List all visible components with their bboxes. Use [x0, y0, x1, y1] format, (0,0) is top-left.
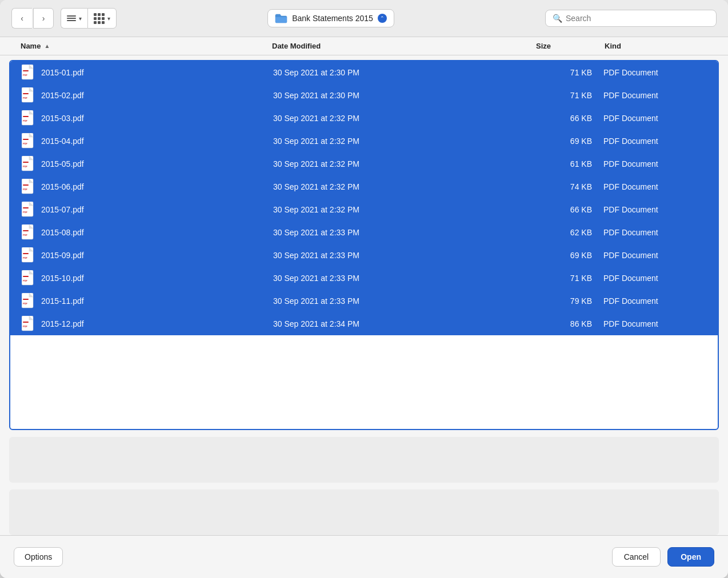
- file-date: 30 Sep 2021 at 2:33 PM: [273, 274, 535, 283]
- grid-view-button[interactable]: ▾: [87, 8, 117, 29]
- svg-text:PDF: PDF: [23, 165, 28, 168]
- table-row[interactable]: PDF 2015-09.pdf 30 Sep 2021 at 2:33 PM 6…: [10, 244, 718, 267]
- back-icon: ‹: [21, 14, 23, 23]
- pdf-file-icon: PDF: [22, 270, 35, 286]
- svg-rect-13: [23, 162, 29, 163]
- table-row[interactable]: PDF 2015-05.pdf 30 Sep 2021 at 2:32 PM 6…: [10, 152, 718, 175]
- svg-rect-6: [22, 110, 33, 125]
- search-input[interactable]: [566, 14, 709, 23]
- svg-rect-7: [23, 116, 29, 117]
- file-kind: PDF Document: [603, 159, 706, 168]
- table-row[interactable]: PDF 2015-03.pdf 30 Sep 2021 at 2:32 PM 6…: [10, 107, 718, 130]
- open-button[interactable]: Open: [667, 547, 714, 567]
- table-row[interactable]: PDF 2015-04.pdf 30 Sep 2021 at 2:32 PM 6…: [10, 130, 718, 152]
- footer-buttons: Cancel Open: [612, 547, 714, 567]
- file-kind: PDF Document: [603, 251, 706, 260]
- svg-rect-30: [22, 293, 33, 308]
- file-kind: PDF Document: [603, 114, 706, 123]
- file-name: 2015-11.pdf: [41, 296, 84, 306]
- svg-rect-28: [23, 276, 29, 277]
- file-name-cell: PDF 2015-04.pdf: [22, 133, 273, 149]
- file-name-cell: PDF 2015-11.pdf: [22, 293, 273, 309]
- folder-icon: [275, 13, 287, 23]
- svg-rect-34: [23, 322, 29, 323]
- grid-view-chevron: ▾: [107, 15, 110, 22]
- file-date: 30 Sep 2021 at 2:34 PM: [273, 319, 535, 328]
- file-kind: PDF Document: [603, 68, 706, 77]
- file-name-cell: PDF 2015-07.pdf: [22, 202, 273, 218]
- folder-name-label: Bank Statements 2015: [292, 14, 373, 23]
- svg-rect-1: [23, 70, 29, 71]
- file-date: 30 Sep 2021 at 2:33 PM: [273, 228, 535, 237]
- file-open-dialog: ‹ › ▾ ▾: [0, 0, 728, 578]
- toolbar: ‹ › ▾ ▾: [0, 0, 728, 37]
- back-button[interactable]: ‹: [11, 8, 32, 29]
- nav-button-group: ‹ ›: [11, 8, 54, 29]
- empty-panel-1: [9, 437, 719, 483]
- svg-text:PDF: PDF: [23, 188, 28, 191]
- pdf-file-icon: PDF: [22, 87, 35, 103]
- svg-rect-19: [23, 207, 29, 208]
- pdf-file-icon: PDF: [22, 133, 35, 149]
- footer: Options Cancel Open: [0, 535, 728, 578]
- cancel-button[interactable]: Cancel: [612, 547, 661, 567]
- pdf-file-icon: PDF: [22, 293, 35, 309]
- file-size: 86 KB: [535, 319, 603, 328]
- table-row[interactable]: PDF 2015-01.pdf 30 Sep 2021 at 2:30 PM 7…: [10, 61, 718, 84]
- file-name: 2015-06.pdf: [41, 182, 84, 191]
- table-row[interactable]: PDF 2015-08.pdf 30 Sep 2021 at 2:33 PM 6…: [10, 221, 718, 244]
- pdf-file-icon: PDF: [22, 202, 35, 218]
- svg-rect-0: [22, 65, 33, 79]
- file-name: 2015-01.pdf: [41, 68, 84, 77]
- file-size: 69 KB: [535, 137, 603, 146]
- col-header-name[interactable]: Name ▲: [21, 42, 272, 50]
- col-header-size[interactable]: Size: [536, 42, 605, 50]
- svg-rect-9: [22, 133, 33, 148]
- file-name-cell: PDF 2015-08.pdf: [22, 224, 273, 240]
- search-icon: 🔍: [553, 14, 562, 23]
- file-name-cell: PDF 2015-01.pdf: [22, 65, 273, 81]
- file-name-cell: PDF 2015-03.pdf: [22, 110, 273, 126]
- svg-rect-31: [23, 299, 29, 300]
- file-size: 74 KB: [535, 182, 603, 191]
- file-kind: PDF Document: [603, 274, 706, 283]
- svg-text:PDF: PDF: [23, 97, 28, 99]
- list-view-button[interactable]: ▾: [61, 8, 87, 29]
- table-row[interactable]: PDF 2015-10.pdf 30 Sep 2021 at 2:33 PM 7…: [10, 267, 718, 290]
- svg-text:PDF: PDF: [23, 211, 28, 214]
- col-header-kind[interactable]: Kind: [605, 42, 707, 50]
- empty-panel-2: [9, 489, 719, 535]
- file-name-cell: PDF 2015-06.pdf: [22, 179, 273, 195]
- folder-location-button[interactable]: Bank Statements 2015: [267, 9, 394, 27]
- file-kind: PDF Document: [603, 319, 706, 328]
- view-toggle-group: ▾ ▾: [61, 8, 117, 29]
- file-kind: PDF Document: [603, 137, 706, 146]
- file-name: 2015-09.pdf: [41, 251, 84, 260]
- table-row[interactable]: PDF 2015-07.pdf 30 Sep 2021 at 2:32 PM 6…: [10, 198, 718, 221]
- pdf-file-icon: PDF: [22, 224, 35, 240]
- file-name: 2015-05.pdf: [41, 159, 84, 168]
- svg-rect-25: [23, 253, 29, 254]
- svg-rect-33: [22, 316, 33, 331]
- file-kind: PDF Document: [603, 91, 706, 100]
- svg-rect-16: [23, 184, 29, 186]
- pdf-file-icon: PDF: [22, 65, 35, 81]
- svg-text:PDF: PDF: [23, 256, 28, 259]
- table-row[interactable]: PDF 2015-06.pdf 30 Sep 2021 at 2:32 PM 7…: [10, 175, 718, 198]
- file-size: 79 KB: [535, 296, 603, 306]
- forward-button[interactable]: ›: [33, 8, 54, 29]
- file-kind: PDF Document: [603, 182, 706, 191]
- file-name-cell: PDF 2015-02.pdf: [22, 87, 273, 103]
- pdf-file-icon: PDF: [22, 247, 35, 263]
- col-header-date[interactable]: Date Modified: [272, 42, 536, 50]
- table-row[interactable]: PDF 2015-02.pdf 30 Sep 2021 at 2:30 PM 7…: [10, 84, 718, 107]
- file-name: 2015-08.pdf: [41, 228, 84, 237]
- table-row[interactable]: PDF 2015-12.pdf 30 Sep 2021 at 2:34 PM 8…: [10, 312, 718, 335]
- svg-rect-27: [22, 270, 33, 285]
- svg-text:PDF: PDF: [23, 325, 28, 328]
- svg-rect-18: [22, 202, 33, 216]
- table-row[interactable]: PDF 2015-11.pdf 30 Sep 2021 at 2:33 PM 7…: [10, 290, 718, 312]
- file-name: 2015-03.pdf: [41, 114, 84, 123]
- options-button[interactable]: Options: [14, 547, 63, 567]
- list-view-icon: [67, 15, 76, 21]
